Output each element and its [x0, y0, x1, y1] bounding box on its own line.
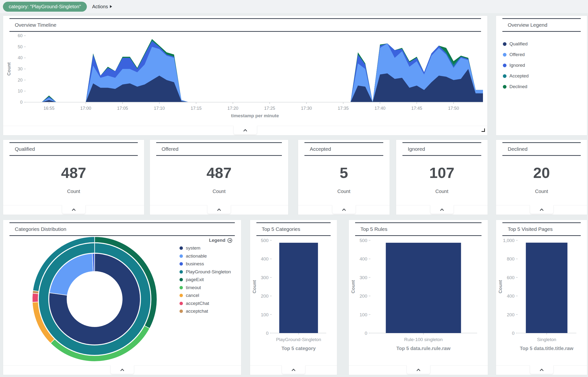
svg-text:17:00: 17:00 [80, 106, 91, 111]
svg-text:Top 5 data.rule.rule.raw: Top 5 data.rule.rule.raw [396, 346, 451, 351]
panel-title: Overview Legend [502, 18, 581, 32]
chevron-up-icon [440, 208, 444, 211]
chevron-up-icon [540, 208, 544, 211]
collapse-button[interactable] [530, 205, 554, 214]
collapse-button[interactable] [233, 126, 257, 134]
svg-text:Top 5 category: Top 5 category [282, 346, 316, 351]
collapse-button[interactable] [110, 365, 134, 374]
legend-dot [180, 294, 183, 297]
svg-text:17:15: 17:15 [191, 106, 202, 111]
overview-timeline-chart[interactable]: 010203040506016:5517:0017:0517:1017:1517… [3, 32, 487, 123]
donut-legend-toggle[interactable]: Legend [180, 236, 232, 244]
collapse-bar [3, 205, 144, 215]
collapse-button[interactable] [282, 365, 305, 374]
legend-item-acceptchat-lower[interactable]: acceptchat [180, 307, 232, 315]
svg-text:400: 400 [507, 294, 515, 299]
svg-text:500: 500 [360, 238, 367, 243]
metric-label: Count [67, 188, 80, 194]
chevron-up-icon [291, 368, 296, 371]
panel-title: Qualified [10, 142, 138, 156]
accepted-metric-panel: Accepted 5 Count [298, 140, 390, 215]
legend-item-ignored[interactable]: Ignored [503, 60, 587, 71]
svg-text:0: 0 [512, 331, 515, 336]
collapse-button[interactable] [62, 205, 86, 214]
legend-item-offered[interactable]: Offered [503, 49, 587, 60]
collapse-bar [3, 126, 487, 135]
legend-item-acceptchat-camel[interactable]: acceptChat [180, 300, 232, 307]
svg-text:40: 40 [18, 55, 23, 60]
legend-dot [180, 309, 183, 313]
legend-item-cancel[interactable]: cancel [180, 292, 232, 300]
legend-item-declined[interactable]: Declined [503, 81, 587, 92]
svg-text:60: 60 [18, 33, 23, 38]
legend-label: actionable [186, 253, 207, 259]
ignored-metric-panel: Ignored 107 Count [396, 140, 488, 215]
top5-visited-pages-chart[interactable]: 02004006008001,000SingletonTop 5 data.ti… [496, 236, 580, 362]
legend-dot [503, 42, 507, 46]
panel-title: Overview Timeline [10, 18, 481, 32]
resize-handle-icon[interactable] [482, 129, 485, 132]
svg-text:17:45: 17:45 [411, 106, 422, 111]
metric-value: 5 [339, 164, 348, 181]
legend-dot [180, 270, 183, 274]
top5-categories-chart[interactable]: 0100200300400500PlayGround-SingletonTop … [250, 236, 330, 362]
svg-text:30: 30 [18, 67, 23, 71]
categories-distribution-chart[interactable] [25, 236, 161, 362]
filter-actions-menu[interactable]: Actions [92, 4, 112, 10]
legend-dot [503, 74, 507, 78]
svg-text:300: 300 [261, 275, 269, 280]
svg-text:600: 600 [507, 275, 515, 280]
legend-dot [503, 64, 507, 67]
chevron-up-icon [217, 208, 221, 211]
collapse-button[interactable] [407, 365, 430, 374]
legend-item-pageexit[interactable]: pageExit [180, 276, 232, 284]
legend-label: PlayGround-Singleton [186, 269, 231, 275]
legend-label: Qualified [509, 41, 528, 47]
legend-label: timeout [186, 285, 201, 290]
svg-text:50: 50 [18, 44, 23, 49]
filter-pill[interactable]: category: "PlayGround-Singleton" [3, 2, 87, 12]
top5-visited-pages-panel: Top 5 Visited Pages 02004006008001,000Si… [496, 220, 587, 375]
svg-text:Rule-100 singleton: Rule-100 singleton [404, 337, 442, 342]
collapse-button[interactable] [530, 365, 554, 374]
svg-text:100: 100 [261, 312, 269, 317]
qualified-metric-panel: Qualified 487 Count [3, 140, 144, 215]
panel-title: Top 5 Visited Pages [502, 222, 581, 236]
dashboard: category: "PlayGround-Singleton" Actions… [0, 0, 588, 377]
svg-text:Singleton: Singleton [537, 337, 556, 342]
collapse-button[interactable] [207, 205, 231, 214]
panel-title: Top 5 Rules [355, 222, 482, 236]
collapse-button[interactable] [332, 205, 356, 214]
svg-text:17:05: 17:05 [117, 106, 128, 111]
svg-text:Count: Count [351, 280, 356, 294]
svg-text:300: 300 [360, 275, 367, 280]
legend-dot [180, 247, 183, 250]
collapse-button[interactable] [430, 205, 454, 214]
legend-dot [180, 302, 183, 305]
donut-legend-title: Legend [209, 238, 225, 243]
legend-item-system[interactable]: system [180, 244, 232, 252]
declined-metric-panel: Declined 20 Count [496, 140, 587, 215]
metric-value: 487 [206, 164, 231, 181]
metric-label: Count [338, 188, 350, 194]
top5-rules-panel: Top 5 Rules 0100200300400500Rule-100 sin… [349, 220, 488, 375]
svg-text:timestamp per minute: timestamp per minute [231, 113, 279, 118]
svg-text:10: 10 [18, 89, 23, 94]
metric-value: 487 [61, 164, 86, 181]
top5-rules-chart[interactable]: 0100200300400500Rule-100 singletonTop 5 … [349, 236, 481, 362]
chevron-up-icon [342, 208, 346, 211]
legend-item-qualified[interactable]: Qualified [503, 39, 587, 49]
legend-item-accepted[interactable]: Accepted [503, 71, 587, 81]
svg-text:800: 800 [507, 256, 515, 261]
legend-label: Declined [509, 84, 527, 89]
svg-text:Count: Count [498, 280, 503, 294]
caret-right-icon [110, 5, 112, 8]
legend-item-actionable[interactable]: actionable [180, 252, 232, 260]
legend-dot [180, 254, 183, 258]
collapse-bar [3, 365, 241, 375]
chevron-up-icon [72, 208, 76, 211]
svg-text:100: 100 [360, 312, 367, 317]
legend-item-playground-singleton[interactable]: PlayGround-Singleton [180, 268, 232, 276]
legend-item-business[interactable]: business [180, 260, 232, 268]
legend-item-timeout[interactable]: timeout [180, 284, 232, 292]
